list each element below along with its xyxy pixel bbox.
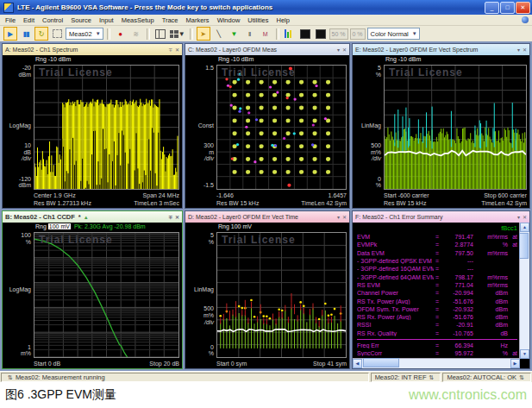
color-mode-select[interactable]: Color Normal▼ <box>367 28 420 40</box>
err-vect-spectrum-plot[interactable] <box>384 65 527 190</box>
minimize-button[interactable]: _ <box>485 2 499 14</box>
measurement-select[interactable]: Meas02▼ <box>66 28 103 40</box>
layout-single-button[interactable] <box>153 27 167 41</box>
err-vect-time-plot[interactable] <box>216 232 347 358</box>
summary-row: EVMPk=2.8774%at <box>357 241 517 248</box>
black-square-icon <box>300 29 310 39</box>
menu-item-trace[interactable]: Trace <box>162 16 178 24</box>
horizontal-scroll-thumb[interactable] <box>363 358 399 367</box>
menu-bar: FileEditControlSourceInputMeasSetupTrace… <box>0 15 532 26</box>
close-button[interactable]: ✕ <box>516 2 530 14</box>
peak-marker-icon: M <box>263 31 268 37</box>
menu-item-meassetup[interactable]: MeasSetup <box>122 16 154 24</box>
layout-grid-button[interactable]: ▼ <box>169 27 186 41</box>
spectrogram-colors-button[interactable] <box>283 27 297 41</box>
summary-row: SyncCorr=95.972%at <box>357 349 517 357</box>
close-icon[interactable]: ✕ <box>175 47 179 53</box>
pin-icon[interactable]: ∓ <box>168 47 172 53</box>
summary-row: RS Rx. Quality=-10.765dB <box>357 330 517 337</box>
panel-err-vect-time: D: Meas02 - Layer0 OFDM Err Vect Time ▾ … <box>185 210 350 369</box>
panel-err-vect-time-body[interactable]: Rng 100 mV Trial License 5% LinMag 500m%… <box>185 223 349 368</box>
panel-error-summary: F: Meas02 - Ch1 Error Summary ▾ ✕ fBcc1 … <box>352 210 530 369</box>
status-autocal: Meas02: AUTOCAL: OK⇅ <box>442 373 531 382</box>
menu-item-control[interactable]: Control <box>42 16 63 24</box>
trace-color-button-1[interactable] <box>298 27 312 41</box>
help-logo-icon[interactable] <box>522 16 529 23</box>
menu-item-markers[interactable]: Markers <box>186 16 210 24</box>
panel-constellation-body[interactable]: Rng -10 dBm Trial License 1.5 Const 300m… <box>185 55 349 208</box>
summary-row: RS EVM=771.04m%rms <box>357 281 517 289</box>
close-icon[interactable]: ✕ <box>342 47 347 53</box>
pause-button[interactable]: ▮▮ <box>19 27 33 41</box>
window-titlebar[interactable]: LTE - Agilent B9600 VSA Software - Press… <box>0 0 532 15</box>
ccdf-plot[interactable] <box>34 232 179 358</box>
summary-row: RS Rx. Power (Avg)=-51.676dBm <box>357 313 517 321</box>
menu-item-utilities[interactable]: Utilities <box>247 16 268 24</box>
panel-err-vect-spectrum-titlebar[interactable]: E: Meas02 - Layer0 OFDM Err Vect Spectru… <box>353 44 529 55</box>
panel-constellation: C: Meas02 - Layer0 OFDM Meas ▾ ✕ Rng -10… <box>185 43 350 209</box>
close-icon[interactable]: ✕ <box>523 47 527 53</box>
line-marker-button[interactable]: ╲ <box>212 27 226 41</box>
summary-separator <box>357 339 517 340</box>
close-icon[interactable]: ✕ <box>342 214 347 220</box>
play-button[interactable]: ▶ <box>3 27 17 41</box>
panel-err-vect-time-titlebar[interactable]: D: Meas02 - Layer0 OFDM Err Vect Time ▾ … <box>185 211 349 223</box>
range-readout: Rng -10 dBm <box>218 56 347 64</box>
panel-ccdf-body[interactable]: Rng 100 mVPk: 2.30G Avg -20.98 dBm Trial… <box>3 223 182 368</box>
constellation-plot[interactable] <box>216 65 347 190</box>
layout-grid-icon <box>170 30 178 38</box>
toolbar: ▶ ▮▮ ↻ Meas02▼ ● ≋ ▼ ➤ ╲ ▼ ‖ M 50 % 0 % … <box>0 26 532 41</box>
error-summary-table: fBcc1 EVM=791.47m%rmsatEVMPk=2.8774%atDa… <box>353 223 529 368</box>
scroll-left-icon[interactable]: ◀ <box>353 359 362 368</box>
panel-spectrum-body[interactable]: Rng -10 dBm Trial License -20dBm LogMag … <box>3 55 182 208</box>
panel-error-summary-body[interactable]: fBcc1 EVM=791.47m%rmsatEVMPk=2.8774%atDa… <box>353 223 529 368</box>
scroll-down-icon[interactable]: ▼ <box>520 349 529 359</box>
panel-err-vect-spectrum-body[interactable]: Rng -10 dBm Trial License 5% LinMag 500m… <box>353 55 529 208</box>
vertical-scroll-thumb[interactable] <box>519 233 529 259</box>
close-icon[interactable]: ✕ <box>175 214 179 220</box>
record-button[interactable]: ● <box>114 27 128 41</box>
black-square-icon <box>316 29 326 39</box>
band-marker-button[interactable]: ‖ <box>243 27 257 41</box>
pin-icon[interactable]: ▾ <box>517 47 520 53</box>
workspace: A: Meas02 - Ch1 Spectrum ∓ ✕ Rng -10 dBm… <box>0 41 532 371</box>
close-icon[interactable]: ✕ <box>523 214 527 220</box>
status-measurement: ⇅Meas02: Measurement running <box>1 373 369 382</box>
pointer-tool-button[interactable]: ➤ <box>197 27 210 41</box>
restart-button[interactable]: ↻ <box>34 27 48 41</box>
status-spinner-icon[interactable]: ⇅ <box>429 374 435 381</box>
panel-error-summary-titlebar[interactable]: F: Meas02 - Ch1 Error Summary ▾ ✕ <box>353 211 529 223</box>
menu-item-source[interactable]: Source <box>71 16 91 24</box>
pin-icon[interactable]: ▾ <box>337 214 340 220</box>
menu-item-file[interactable]: File <box>5 16 16 24</box>
vsa-application-window: LTE - Agilent B9600 VSA Software - Press… <box>0 0 532 408</box>
menu-item-edit[interactable]: Edit <box>23 16 34 24</box>
selection-button[interactable] <box>50 27 64 41</box>
panel-ccdf-titlebar[interactable]: B: Meas02 - Ch1 CCDF * ▲ ∓ ✕ <box>3 211 182 223</box>
pin-icon[interactable]: ▾ <box>517 214 520 220</box>
peak-marker-button[interactable]: M <box>259 27 272 41</box>
menu-item-help[interactable]: Help <box>276 16 289 24</box>
pin-icon[interactable]: ∓ <box>168 214 172 220</box>
band-marker-icon: ‖ <box>248 30 251 38</box>
summary-row: EVM=791.47m%rmsat <box>357 233 517 241</box>
panel-constellation-titlebar[interactable]: C: Meas02 - Layer0 OFDM Meas ▾ ✕ <box>185 44 349 55</box>
marker-button[interactable]: ▼ <box>228 27 241 41</box>
range-value-field[interactable]: 100 mV <box>48 223 71 229</box>
scroll-right-icon[interactable]: ▶ <box>510 359 520 368</box>
chevron-down-icon: ▼ <box>96 31 101 36</box>
scroll-up-icon[interactable]: ▲ <box>520 223 529 232</box>
summary-row: - 3GPP-defined 16QAM EVM=--- <box>357 265 517 273</box>
maximize-button[interactable]: □ <box>500 2 515 14</box>
status-spinner-icon[interactable]: ⇅ <box>519 374 524 381</box>
trace-color-button-2[interactable] <box>314 27 328 41</box>
status-spinner-icon[interactable]: ⇅ <box>8 374 13 381</box>
menu-item-input[interactable]: Input <box>99 16 114 24</box>
marker-icon: ▼ <box>231 30 238 38</box>
spectrum-plot[interactable] <box>34 65 179 190</box>
site-watermark: www.cntronics.com <box>409 387 527 403</box>
panel-spectrum-titlebar[interactable]: A: Meas02 - Ch1 Spectrum ∓ ✕ <box>3 44 182 55</box>
playback-button: ≋ <box>129 27 143 41</box>
menu-item-window[interactable]: Window <box>217 16 241 24</box>
pin-icon[interactable]: ▾ <box>337 47 340 53</box>
